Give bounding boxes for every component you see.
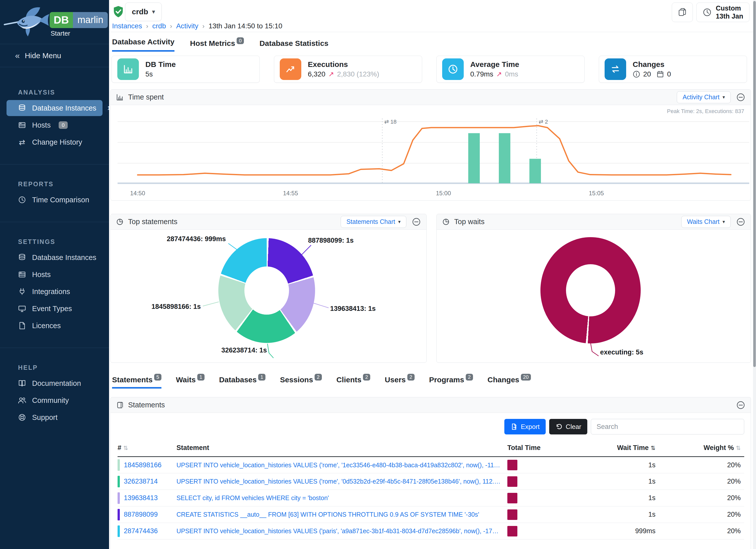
breadcrumb-crdb[interactable]: crdb — [152, 22, 166, 30]
wait-time-value: 1s — [561, 490, 659, 506]
waits-chart-dropdown[interactable]: Waits Chart▾ — [681, 216, 731, 228]
card-delta: 0ms — [505, 70, 518, 78]
sidebar-item-event-types[interactable]: Event Types — [7, 301, 103, 317]
statements-table: #⇅ Statement Total Time Wait Time⇅ Weigh… — [111, 434, 751, 539]
sidebar-item-documentation[interactable]: Documentation — [7, 375, 103, 391]
sidebar-item-hosts[interactable]: Hosts 0 — [7, 117, 103, 133]
instance-selector[interactable]: crdb ▾ — [125, 3, 162, 21]
tab-host-metrics[interactable]: Host Metrics0 — [190, 39, 244, 52]
up-arrow-icon: ↗ — [328, 70, 334, 78]
collapse-icon[interactable] — [736, 401, 745, 410]
main-content: crdb ▾ Instances › crdb › Activity › 13t… — [109, 0, 756, 549]
column-header-id[interactable]: #⇅ — [118, 440, 176, 457]
waits-donut-chart[interactable]: executing: 5s — [437, 230, 751, 362]
breadcrumb-separator: › — [202, 22, 205, 30]
tab-programs[interactable]: Programs2 — [429, 376, 473, 387]
tab-clients[interactable]: Clients2 — [336, 376, 370, 387]
statement-id-link[interactable]: 287474436 — [124, 527, 158, 535]
tab-database-activity[interactable]: Database Activity — [112, 38, 174, 52]
statement-link[interactable]: UPSERT INTO vehicle_location_histories V… — [176, 462, 507, 469]
sidebar-item-label: Hosts — [32, 270, 51, 279]
statement-link[interactable]: CREATE STATISTICS __auto__ FROM [63] WIT… — [176, 511, 507, 518]
tab-sessions[interactable]: Sessions2 — [280, 376, 322, 387]
lifebuoy-icon — [18, 413, 27, 422]
sidebar-item-label: Documentation — [32, 379, 81, 388]
sidebar-item-time-comparison[interactable]: Time Comparison — [7, 192, 103, 208]
top-statements-panel: Top statements Statements Chart▾ 2874744… — [110, 214, 427, 363]
weight-value: 20% — [659, 523, 744, 539]
sidebar-item-database-instances[interactable]: Database Instances 1 — [7, 100, 103, 116]
collapse-icon[interactable] — [412, 217, 421, 226]
search-input[interactable] — [591, 419, 744, 434]
statement-link[interactable]: UPSERT INTO vehicle_location_histories V… — [176, 478, 507, 485]
sidebar-item-integrations[interactable]: Integrations — [7, 284, 103, 300]
calendar-icon — [656, 70, 664, 78]
tab-statements[interactable]: Statements5 — [112, 376, 161, 389]
sidebar-item-label: Licences — [32, 322, 61, 330]
chevrons-left-icon: « — [15, 51, 20, 60]
time-range-button[interactable]: Custom 13th Jan — [696, 3, 749, 22]
sidebar-item-licences[interactable]: Licences — [7, 318, 103, 334]
statement-color-bar — [118, 525, 120, 537]
book-icon — [18, 379, 27, 388]
tab-changes[interactable]: Changes20 — [488, 376, 531, 387]
tab-users[interactable]: Users2 — [385, 376, 415, 387]
hide-menu-button[interactable]: « Hide Menu — [0, 44, 109, 67]
tab-badge: 2 — [407, 374, 415, 381]
statements-chart-dropdown[interactable]: Statements Chart▾ — [341, 216, 406, 228]
slice-label-1845898166: 1845898166: 1s — [135, 303, 201, 311]
column-header-total-time[interactable]: Total Time — [507, 440, 561, 457]
tab-badge: 20 — [521, 374, 531, 381]
collapse-icon[interactable] — [736, 217, 745, 226]
tab-databases[interactable]: Databases1 — [219, 376, 265, 387]
sidebar-item-support[interactable]: Support — [7, 409, 103, 425]
divider — [0, 348, 109, 348]
collapse-icon[interactable] — [736, 93, 745, 102]
activity-line-chart: ⇄ 18⇄ 214:5014:5515:0015:05 — [113, 107, 749, 200]
copy-link-button[interactable] — [672, 3, 693, 22]
statement-id-link[interactable]: 139638413 — [124, 494, 158, 502]
database-icon — [18, 253, 27, 262]
top-waits-header: Top waits Waits Chart▾ — [437, 214, 751, 230]
sidebar-item-label: Change History — [32, 138, 82, 146]
sidebar-item-settings-database-instances[interactable]: Database Instances — [7, 249, 103, 265]
clear-button[interactable]: Clear — [549, 419, 587, 434]
statement-link[interactable]: UPSERT INTO vehicle_location_histories V… — [176, 527, 507, 535]
total-time-bar — [507, 509, 517, 520]
total-time-bar — [507, 460, 517, 470]
tab-waits[interactable]: Waits1 — [176, 376, 205, 387]
sidebar-item-label: Database Instances — [32, 104, 96, 112]
section-reports: REPORTS — [18, 180, 109, 188]
statements-donut-chart[interactable]: 287474436: 999ms 887898099: 1s 184589816… — [111, 230, 426, 362]
sidebar-item-community[interactable]: Community — [7, 392, 103, 408]
scrollbar-thumb[interactable] — [753, 1, 756, 367]
activity-chart-dropdown[interactable]: Activity Chart▾ — [677, 91, 731, 103]
sidebar-item-label: Time Comparison — [32, 196, 89, 204]
page-scrollbar[interactable] — [753, 0, 756, 549]
breadcrumb-activity[interactable]: Activity — [176, 22, 199, 30]
time-spent-chart[interactable]: Peak Time: 2s, Executions: 837 ⇄ 18⇄ 214… — [111, 105, 751, 200]
export-button[interactable]: Export — [504, 419, 546, 434]
sort-icon: ⇅ — [736, 445, 741, 451]
column-header-statement[interactable]: Statement — [176, 440, 507, 457]
statement-link[interactable]: SELECT city, id FROM vehicles WHERE city… — [176, 494, 507, 502]
time-range-mode: Custom — [716, 4, 743, 12]
table-row: 887898099 CREATE STATISTICS __auto__ FRO… — [118, 506, 744, 523]
sidebar-item-label: Database Instances — [32, 253, 96, 262]
tab-database-statistics[interactable]: Database Statistics — [259, 39, 328, 52]
column-header-wait-time[interactable]: Wait Time⇅ — [561, 440, 659, 457]
breadcrumb-instances[interactable]: Instances — [112, 22, 142, 30]
statement-id-link[interactable]: 326238714 — [124, 478, 158, 485]
statement-id-link[interactable]: 887898099 — [124, 511, 158, 518]
logo[interactable]: DBmarlin Starter — [0, 0, 109, 44]
plan-label: Starter — [51, 30, 70, 37]
sidebar-item-settings-hosts[interactable]: Hosts — [7, 266, 103, 283]
table-row: 326238714 UPSERT INTO vehicle_location_h… — [118, 473, 744, 490]
column-header-weight[interactable]: Weight %⇅ — [659, 440, 744, 457]
sidebar-item-change-history[interactable]: ⇄ Change History — [7, 134, 103, 150]
trend-up-icon — [280, 58, 301, 80]
clock-icon — [703, 8, 712, 17]
weight-value: 20% — [659, 457, 744, 473]
section-settings: SETTINGS — [18, 238, 109, 245]
statement-id-link[interactable]: 1845898166 — [124, 461, 161, 469]
